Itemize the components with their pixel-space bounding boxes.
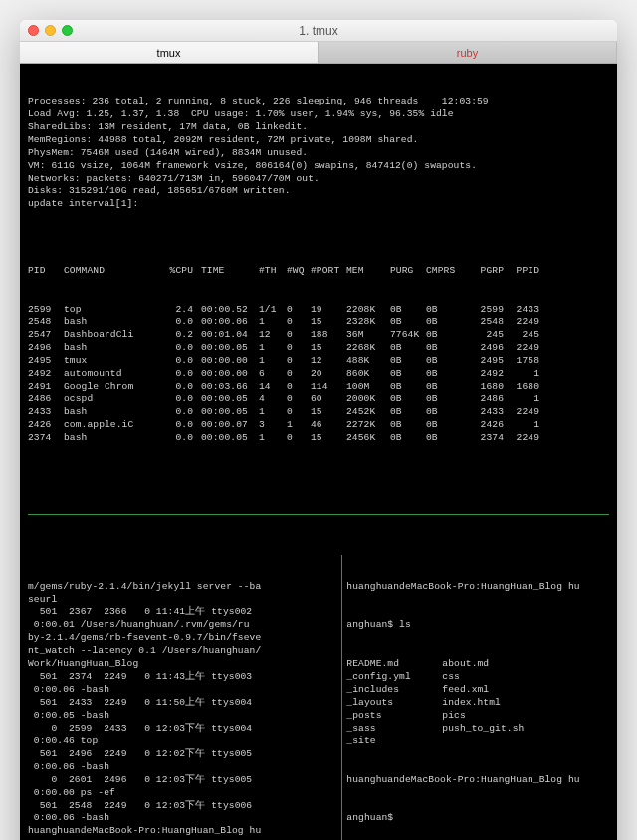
- tab-label: ruby: [457, 47, 478, 59]
- pane-right-ls[interactable]: huanghuandeMacBook-Pro:HuangHuan_Blog hu…: [341, 555, 609, 840]
- terminal-body[interactable]: Processes: 236 total, 2 running, 8 stuck…: [20, 64, 617, 840]
- top-summary-line: Processes: 236 total, 2 running, 8 stuck…: [28, 96, 609, 108]
- window-title: 1. tmux: [20, 24, 617, 38]
- ps-output-line: 501 2433 2249 0 11:50上午 ttys004: [28, 697, 337, 710]
- top-summary-line: VM: 611G vsize, 1064M framework vsize, 8…: [28, 160, 609, 173]
- ps-output-line: nt_watch --latency 0.1 /Users/huanghuan/: [28, 645, 337, 658]
- ps-output-line: Work/HuangHuan_Blog: [28, 658, 337, 671]
- ps-output-line: 0:00.01 /Users/huanghuan/.rvm/gems/ru: [28, 619, 337, 632]
- prompt-line: huanghuandeMacBook-Pro:HuangHuan_Blog hu: [346, 774, 609, 787]
- pane-horizontal-separator: [28, 514, 609, 515]
- traffic-lights: [28, 25, 73, 36]
- close-icon[interactable]: [28, 25, 39, 36]
- ps-output-line: 0:00.05 -bash: [28, 710, 337, 723]
- ps-output-line: by-2.1.4/gems/rb-fsevent-0.9.7/bin/fseve: [28, 632, 337, 645]
- titlebar[interactable]: 1. tmux: [20, 20, 617, 42]
- ps-output-line: 501 2367 2366 0 11:41上午 ttys002: [28, 606, 337, 619]
- ps-output-line: seurl: [28, 594, 337, 607]
- top-process-row: 2496bash0.000:00.0510152268K0B0B24962249: [28, 342, 609, 355]
- ps-output-line: huanghuandeMacBook-Pro:HuangHuan_Blog hu: [28, 825, 337, 838]
- top-process-row: 2426com.apple.iC0.000:00.0731462272K0B0B…: [28, 419, 609, 432]
- ls-row: _site: [346, 735, 609, 748]
- ls-row: README.mdabout.md: [346, 658, 609, 671]
- top-summary-line: update interval[1]:: [28, 198, 609, 211]
- top-summary-line: Networks: packets: 640271/713M in, 59604…: [28, 173, 609, 186]
- shell-prompt-right[interactable]: anghuan$: [346, 812, 609, 825]
- top-process-row: 2599top2.400:00.521/10192208K0B0B2599243…: [28, 304, 609, 316]
- tab-label: tmux: [157, 47, 181, 59]
- ps-output-line: 501 2374 2249 0 11:43上午 ttys003: [28, 671, 337, 684]
- top-summary-line: Load Avg: 1.25, 1.37, 1.38 CPU usage: 1.…: [28, 108, 609, 121]
- ps-output-line: 0 2599 2433 0 12:03下午 ttys004: [28, 723, 337, 735]
- prompt-line: anghuan$ ls: [346, 619, 609, 632]
- top-summary: Processes: 236 total, 2 running, 8 stuck…: [28, 96, 609, 211]
- ps-output-line: m/gems/ruby-2.1.4/bin/jekyll server --ba: [28, 581, 337, 594]
- ls-row: _layoutsindex.html: [346, 697, 609, 710]
- ls-row: _config.ymlcss: [346, 671, 609, 684]
- ps-output-line: 0:00.06 -bash: [28, 812, 337, 825]
- top-summary-line: SharedLibs: 13M resident, 17M data, 0B l…: [28, 121, 609, 134]
- ls-row: _sasspush_to_git.sh: [346, 723, 609, 735]
- lower-panes: m/gems/ruby-2.1.4/bin/jekyll server --ba…: [28, 555, 609, 840]
- ps-output-line: 0:00.00 ps -ef: [28, 787, 337, 800]
- ls-row: _postspics: [346, 710, 609, 723]
- top-process-row: 2491Google Chrom0.000:03.66140114100M0B0…: [28, 381, 609, 394]
- top-process-row: 2547DashboardCli0.200:01.0412018836M7764…: [28, 329, 609, 342]
- top-summary-line: MemRegions: 44988 total, 2092M resident,…: [28, 134, 609, 147]
- top-table: PID COMMAND %CPU TIME #TH #WQ #PORT MEM …: [28, 239, 609, 471]
- zoom-icon[interactable]: [62, 25, 73, 36]
- ps-output-line: 0:00.06 -bash: [28, 761, 337, 774]
- ps-output-line: 501 2548 2249 0 12:03下午 ttys006: [28, 800, 337, 813]
- top-process-row: 2548bash0.000:00.0610152328K0B0B25482249: [28, 316, 609, 329]
- pane-left-ps[interactable]: m/gems/ruby-2.1.4/bin/jekyll server --ba…: [28, 555, 341, 840]
- top-summary-line: Disks: 315291/10G read, 185651/6760M wri…: [28, 185, 609, 198]
- top-process-row: 2495tmux0.000:00.001012488K0B0B24951758: [28, 355, 609, 368]
- tab-tmux[interactable]: tmux: [20, 42, 318, 63]
- tab-bar: tmux ruby: [20, 42, 617, 64]
- top-summary-line: PhysMem: 7546M used (1464M wired), 8834M…: [28, 147, 609, 160]
- top-process-row: 2374bash0.000:00.0510152456K0B0B23742249: [28, 432, 609, 445]
- top-process-row: 2486ocspd0.000:00.0540602000K0B0B24861: [28, 393, 609, 406]
- ps-output-line: 0 2601 2496 0 12:03下午 ttys005: [28, 774, 337, 787]
- terminal-window: 1. tmux tmux ruby Processes: 236 total, …: [20, 20, 617, 840]
- top-header-row: PID COMMAND %CPU TIME #TH #WQ #PORT MEM …: [28, 265, 609, 278]
- top-process-row: 2492automountd0.000:00.006020860K0B0B249…: [28, 368, 609, 381]
- ps-output-line: 501 2496 2249 0 12:02下午 ttys005: [28, 748, 337, 761]
- ps-output-line: 0:00.46 top: [28, 735, 337, 748]
- prompt-line: huanghuandeMacBook-Pro:HuangHuan_Blog hu: [346, 581, 609, 594]
- tab-ruby[interactable]: ruby: [318, 42, 617, 63]
- top-process-row: 2433bash0.000:00.0510152452K0B0B24332249: [28, 406, 609, 419]
- ps-output-line: 0:00.06 -bash: [28, 684, 337, 697]
- minimize-icon[interactable]: [45, 25, 56, 36]
- ls-row: _includesfeed.xml: [346, 684, 609, 697]
